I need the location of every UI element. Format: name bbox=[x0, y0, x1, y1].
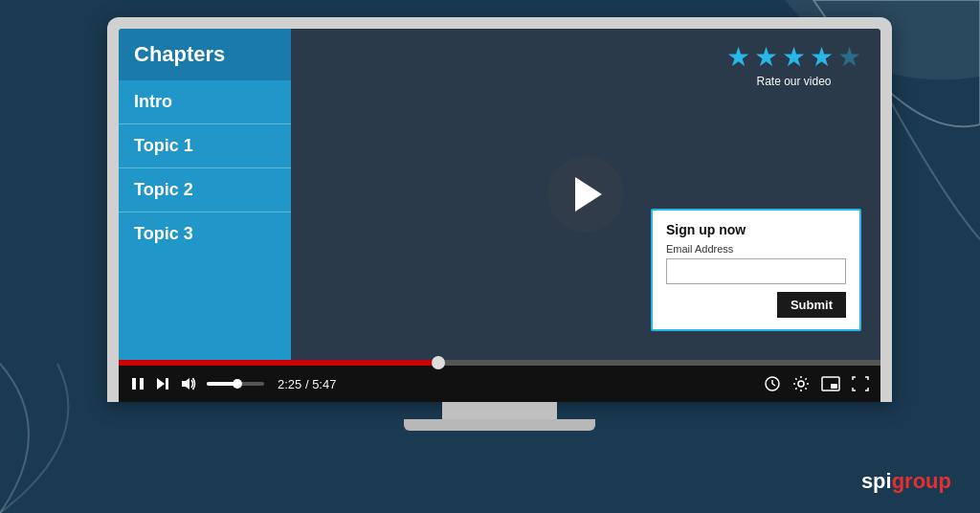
group-text: group bbox=[892, 469, 951, 493]
svg-rect-5 bbox=[140, 378, 144, 390]
volume-button[interactable] bbox=[180, 376, 197, 391]
signup-email-input[interactable] bbox=[666, 258, 846, 284]
star-4[interactable]: ★ bbox=[810, 44, 834, 71]
svg-rect-7 bbox=[166, 378, 168, 390]
star-1[interactable]: ★ bbox=[726, 44, 750, 71]
star-3[interactable]: ★ bbox=[782, 44, 806, 71]
chapter-topic2[interactable]: Topic 2 bbox=[119, 168, 291, 212]
chapter-topic3[interactable]: Topic 3 bbox=[119, 212, 291, 256]
svg-line-11 bbox=[772, 384, 775, 386]
chapter-topic1[interactable]: Topic 1 bbox=[119, 124, 291, 168]
svg-rect-14 bbox=[831, 384, 837, 389]
star-2[interactable]: ★ bbox=[754, 44, 778, 71]
svg-marker-6 bbox=[157, 378, 165, 390]
signup-email-label: Email Address bbox=[666, 243, 846, 255]
video-progress-bar[interactable] bbox=[119, 360, 880, 366]
pip-icon[interactable] bbox=[821, 376, 840, 391]
chapter-intro[interactable]: Intro bbox=[119, 80, 291, 124]
video-area: ★ ★ ★ ★ ★ Rate our video bbox=[291, 29, 880, 360]
time-display: 2:25 / 5:47 bbox=[278, 377, 336, 391]
volume-handle[interactable] bbox=[233, 379, 242, 389]
pause-button[interactable] bbox=[130, 376, 145, 391]
volume-bar[interactable] bbox=[207, 382, 264, 386]
controls-bar: 2:25 / 5:47 bbox=[119, 366, 880, 402]
play-icon bbox=[575, 177, 602, 212]
fullscreen-icon[interactable] bbox=[852, 376, 869, 391]
monitor-screen: Chapters Intro Topic 1 Topic 2 Topic 3 ★… bbox=[119, 29, 880, 402]
svg-rect-4 bbox=[132, 378, 136, 390]
progress-filled bbox=[119, 360, 438, 366]
signup-submit-button[interactable]: Submit bbox=[777, 292, 846, 318]
monitor-base bbox=[404, 419, 595, 431]
svg-point-12 bbox=[798, 381, 804, 387]
spi-logo: spigroup bbox=[861, 469, 951, 494]
stars-container[interactable]: ★ ★ ★ ★ ★ bbox=[726, 44, 861, 71]
spi-text: spi bbox=[861, 469, 892, 493]
svg-marker-8 bbox=[182, 378, 189, 390]
play-button[interactable] bbox=[547, 156, 624, 233]
controls-right bbox=[764, 375, 869, 392]
chapters-header: Chapters bbox=[119, 29, 291, 80]
signup-overlay: Sign up now Email Address Submit bbox=[651, 209, 861, 331]
chapters-icon[interactable] bbox=[764, 375, 781, 392]
star-rating[interactable]: ★ ★ ★ ★ ★ Rate our video bbox=[726, 44, 861, 88]
video-main: Chapters Intro Topic 1 Topic 2 Topic 3 ★… bbox=[119, 29, 880, 360]
signup-title: Sign up now bbox=[666, 222, 846, 237]
video-content: Chapters Intro Topic 1 Topic 2 Topic 3 ★… bbox=[119, 29, 880, 402]
monitor: Chapters Intro Topic 1 Topic 2 Topic 3 ★… bbox=[107, 17, 892, 402]
star-5[interactable]: ★ bbox=[837, 44, 861, 71]
chapters-sidebar: Chapters Intro Topic 1 Topic 2 Topic 3 bbox=[119, 29, 291, 360]
rate-text: Rate our video bbox=[756, 75, 831, 88]
settings-icon[interactable] bbox=[792, 375, 810, 392]
next-button[interactable] bbox=[155, 376, 170, 391]
monitor-wrapper: Chapters Intro Topic 1 Topic 2 Topic 3 ★… bbox=[96, 17, 903, 475]
monitor-stand bbox=[442, 402, 557, 419]
